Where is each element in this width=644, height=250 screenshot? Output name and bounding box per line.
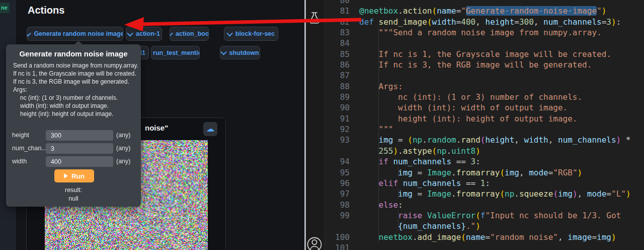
code-row[interactable]: 100 neetbox.add_image(name="random noise… [325,232,644,242]
editor-rows: 8081@neetbox.action(name="Generate·rando… [325,0,644,250]
cloud-sync-button[interactable]: ☁ [203,122,217,136]
chevron-down-icon [226,30,233,36]
action-button-generate-random-noise-image[interactable]: Generate random noise image [27,27,123,41]
tooltip-desc-line: height (int): height of output image. [13,110,141,118]
code-row[interactable]: {num_channels}.") [325,221,644,231]
code-row[interactable]: 255).astype(np.uint8) [325,146,644,156]
line-number: 101 [325,242,350,250]
line-number: 90 [325,102,350,113]
action-button-run-test-mention[interactable]: run_test_mention [151,46,200,59]
code-row[interactable]: 81@neetbox.action(name="Generate·random·… [325,6,644,16]
action-button-label: i1 [140,49,145,56]
activity-bar [306,0,325,250]
action-button-label: run_test_mention [153,49,200,56]
width-field[interactable] [46,156,113,167]
line-number: 84 [325,38,350,48]
tooltip-desc-line: Args: [13,86,141,94]
actions-section-title: Actions [28,5,64,16]
cloud-icon: ☁ [206,125,214,133]
tooltip-desc-line: If nc is 3, the RGB image will be genera… [13,78,141,86]
chevron-down-icon [27,30,31,36]
code-row[interactable]: 96 elif num_channels == 1: [325,178,644,189]
action-button-label: shutdown [229,49,259,56]
image-card-title: noise" [145,123,168,132]
run-button-label: Run [71,172,85,180]
screenshot-root: ne Actions Generate random noise image a… [0,0,644,250]
chevron-down-icon [220,49,227,55]
code-row[interactable]: 99 raise ValueError(f"Input nc should be… [325,210,644,221]
code-row[interactable]: 101 [325,242,644,250]
code-row[interactable]: 98 else: [325,200,644,210]
field-row-num-channels: num_chan... (any) [6,143,141,154]
play-icon [64,173,68,178]
field-label: height [12,132,29,139]
code-row[interactable]: 91 height (int): height of output image. [325,113,644,124]
code-row[interactable]: 86 If nc is 3, the RGB image will be gen… [325,59,644,70]
field-type-hint: (any) [116,132,130,139]
line-number: 82 [325,17,350,27]
line-number: 88 [325,81,350,92]
account-person-icon[interactable] [306,236,324,250]
code-row[interactable]: 97 img = Image.fromarray(np.squeeze(img)… [325,189,644,199]
action-button-block-for-sec[interactable]: block-for-sec [224,27,278,41]
code-row[interactable]: 93 img = (np.random.rand(height, width, … [325,135,644,145]
chevron-down-icon [170,30,173,36]
field-type-hint: (any) [116,158,130,165]
action-button-label: action_bool [176,30,209,37]
code-row[interactable]: 95 img = Image.fromarray(img, mode="RGB"… [325,167,644,178]
code-row[interactable]: 83 """Send a random noise image from num… [325,27,644,38]
action-button-label: Generate random noise image [34,30,123,37]
window-divider[interactable] [304,0,306,250]
code-row[interactable]: 87 [325,70,644,81]
field-row-height: height (any) [6,130,141,141]
line-number: 86 [325,59,350,70]
tooltip-desc-line: Send a random noise image from numpy.arr… [13,61,141,70]
status-badge: ne [0,3,10,13]
line-number: 89 [325,92,350,102]
field-row-width: width (any) [6,156,141,167]
line-number: 81 [325,6,350,16]
beaker-testing-icon[interactable] [308,11,321,25]
line-number: 80 [325,0,350,6]
chevron-down-icon [127,30,133,36]
line-number: 83 [325,27,350,38]
action-button-action-bool[interactable]: action_bool [170,27,209,41]
code-row[interactable]: 84 [325,38,644,48]
line-number: 87 [325,70,350,81]
tooltip-desc-line: If nc is 1, the Grayscale image will be … [13,70,141,78]
code-editor-pane: 8081@neetbox.action(name="Generate·rando… [306,0,644,250]
line-number: 99 [325,210,350,221]
tooltip-desc-line: width (int): width of output image. [13,102,141,110]
code-row[interactable]: 89 nc (int): (1 or 3) number of channels… [325,92,644,102]
action-button-shutdown[interactable]: shutdown [220,46,260,59]
code-row[interactable]: 90 width (int): width of output image. [325,102,644,113]
line-number: 97 [325,189,350,199]
line-number: 91 [325,113,350,124]
code-row[interactable]: 82def send_image(width=400, height=300, … [325,17,644,27]
field-label: width [12,158,27,165]
run-button[interactable]: Run [54,169,94,182]
line-number: 94 [325,156,350,167]
code-row[interactable]: 80 [325,0,644,6]
result-label: result: [6,186,141,194]
code-row[interactable]: 88 Args: [325,81,644,92]
code-row[interactable]: 92 """ [325,124,644,135]
line-number: 98 [325,200,350,210]
action-button-label: action-1 [136,30,160,37]
line-number: 95 [325,167,350,178]
code-row[interactable]: 85 If nc is 1, the Grayscale image will … [325,49,644,59]
height-field[interactable] [46,130,113,141]
action-button-label: block-for-sec [235,30,275,37]
code-row[interactable]: 94 if num_channels == 3: [325,156,644,167]
result-value: null [6,195,141,202]
line-number: 100 [325,232,350,242]
line-number: 93 [325,135,350,145]
tooltip-description: Send a random noise image from numpy.arr… [6,58,141,118]
num-channels-field[interactable] [46,143,113,154]
field-label: num_chan... [12,145,47,152]
field-type-hint: (any) [116,145,130,152]
action-button-action-1[interactable]: action-1 [126,27,162,41]
tooltip-desc-line: nc (int): (1 or 3) number of channels. [13,94,141,102]
action-tooltip: Generate random noise image Send a rando… [6,44,141,207]
tooltip-title: Generate random noise image [6,44,141,58]
